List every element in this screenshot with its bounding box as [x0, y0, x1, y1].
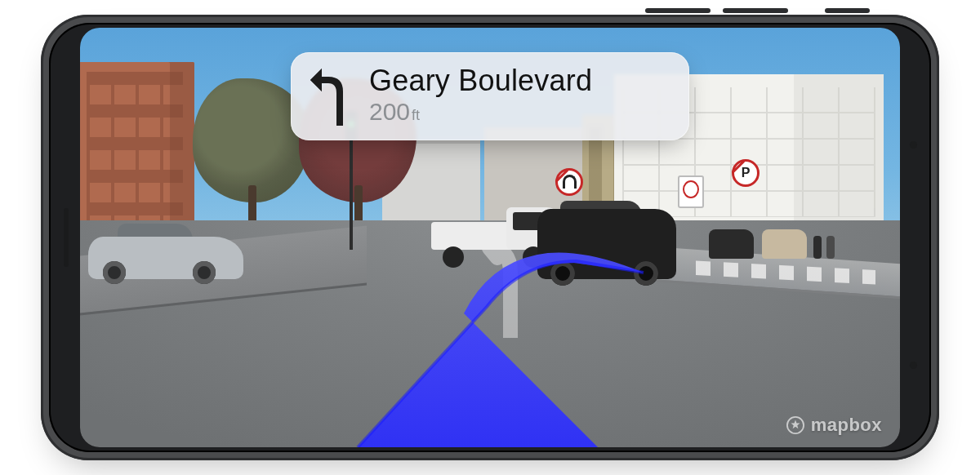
navigation-instruction-card[interactable]: Geary Boulevard 200 ft	[291, 52, 689, 140]
car	[537, 201, 676, 279]
mapbox-logo-icon	[786, 416, 804, 434]
phone-speaker	[64, 208, 69, 267]
instruction-texts: Geary Boulevard 200 ft	[369, 64, 592, 126]
pedestrian	[813, 236, 822, 259]
screen[interactable]: Geary Boulevard 200 ft	[80, 28, 900, 447]
stage: Geary Boulevard 200 ft	[0, 0, 980, 475]
instruction-distance-value: 200	[369, 98, 410, 126]
brand-watermark-text: mapbox	[811, 415, 882, 436]
car	[709, 229, 754, 259]
car	[88, 222, 243, 279]
instruction-street-name: Geary Boulevard	[369, 64, 592, 98]
no-right-turn-sign-icon	[678, 175, 704, 208]
car	[762, 229, 807, 259]
turn-left-arrow-icon	[310, 64, 353, 127]
phone-frame: Geary Boulevard 200 ft	[41, 15, 939, 460]
phone-power-button	[825, 8, 870, 13]
phone-sensor	[910, 141, 917, 149]
instruction-distance: 200 ft	[369, 98, 592, 126]
traffic-light-icon	[350, 127, 353, 250]
phone-volume-down-button	[723, 8, 788, 13]
no-u-turn-sign-icon	[555, 168, 583, 196]
phone-bezel: Geary Boulevard 200 ft	[49, 23, 931, 452]
phone-sensor	[910, 362, 917, 369]
no-parking-sign-icon	[732, 159, 760, 187]
phone-volume-up-button	[645, 8, 710, 13]
pedestrian	[826, 236, 835, 259]
brand-watermark: mapbox	[786, 415, 882, 436]
instruction-distance-unit: ft	[412, 107, 420, 124]
